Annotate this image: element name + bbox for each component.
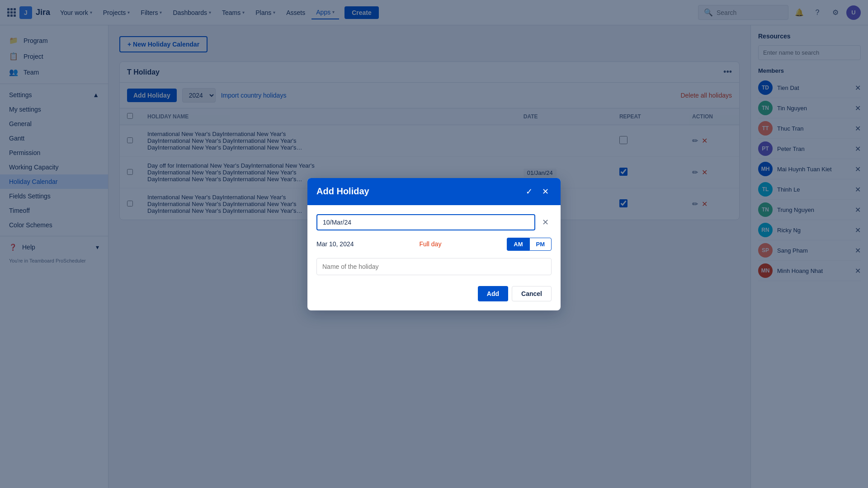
modal-header: Add Holiday ✓ ✕ [307,178,561,205]
full-day-label: Full day [419,240,441,248]
modal-close-button[interactable]: ✕ [539,185,552,198]
modal-overlay[interactable]: Add Holiday ✓ ✕ ✕ Mar 10, 2024 Full day … [0,0,868,488]
modal-title: Add Holiday [316,186,369,197]
modal-body: ✕ Mar 10, 2024 Full day AM PM Add Cancel [307,205,561,310]
modal-footer: Add Cancel [316,282,552,301]
add-holiday-modal: Add Holiday ✓ ✕ ✕ Mar 10, 2024 Full day … [307,178,561,310]
date-info-row: Mar 10, 2024 Full day AM PM [316,238,552,251]
modal-check-button[interactable]: ✓ [523,185,535,198]
parsed-date-text: Mar 10, 2024 [316,240,354,248]
am-button[interactable]: AM [507,238,529,251]
am-pm-toggle: AM PM [507,238,552,251]
date-input[interactable] [316,214,535,230]
modal-cancel-button[interactable]: Cancel [512,286,552,301]
date-input-row: ✕ [316,214,552,230]
holiday-name-input[interactable] [316,258,552,275]
modal-close-buttons: ✓ ✕ [523,185,552,198]
clear-date-button[interactable]: ✕ [539,216,552,229]
pm-button[interactable]: PM [529,238,552,251]
modal-add-button[interactable]: Add [478,286,508,301]
